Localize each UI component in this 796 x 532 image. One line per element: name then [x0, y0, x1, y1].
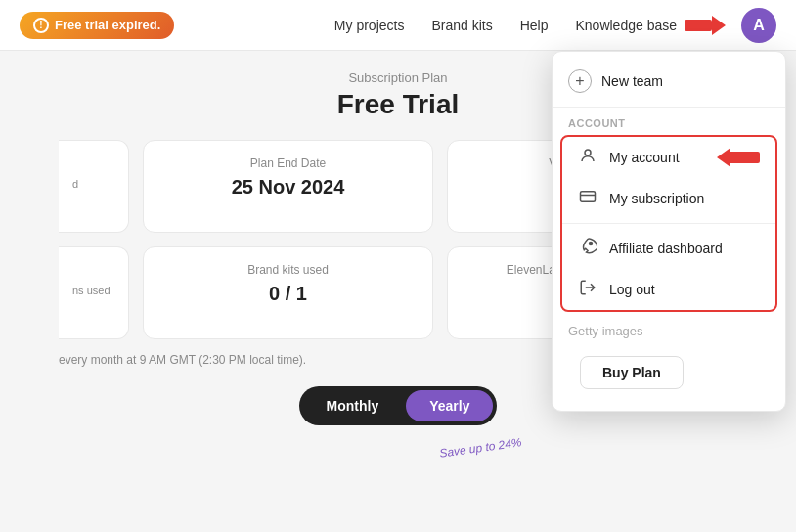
account-section-label: Account [553, 111, 785, 131]
nav-brand-kits[interactable]: Brand kits [431, 18, 492, 33]
save-note: Save up to 24% [439, 435, 523, 461]
svg-point-3 [590, 243, 593, 245]
new-team-label: New team [601, 73, 663, 89]
plan-end-date-label: Plan End Date [163, 156, 413, 170]
header: ! Free trial expired. My projects Brand … [0, 0, 796, 51]
log-out-label: Log out [609, 282, 760, 297]
header-nav: My projects Brand kits Help Knowledge ba… [334, 16, 726, 35]
monthly-toggle-button[interactable]: Monthly [303, 390, 403, 421]
logout-icon [578, 279, 597, 300]
avatar[interactable]: A [741, 8, 776, 43]
getty-images-item[interactable]: Getty images [553, 316, 785, 346]
svg-rect-1 [581, 192, 596, 202]
my-subscription-label: My subscription [609, 191, 760, 206]
partial-card2-label: ns used [72, 285, 114, 296]
billing-toggle: Monthly Yearly [299, 386, 498, 425]
affiliate-dashboard-item[interactable]: Affiliate dashboard [562, 228, 775, 269]
buy-plan-button[interactable]: Buy Plan [580, 356, 684, 389]
nav-knowledge-base[interactable]: Knowledge base [575, 16, 726, 35]
svg-point-0 [585, 150, 591, 155]
account-items-box: My account My subscription [560, 135, 777, 312]
credit-card-icon [578, 188, 597, 209]
plan-end-date-value: 25 Nov 2024 [163, 176, 413, 199]
free-trial-banner[interactable]: ! Free trial expired. [20, 12, 174, 39]
plan-end-date-card: Plan End Date 25 Nov 2024 [143, 140, 433, 233]
partial-card-label: d [72, 178, 114, 190]
my-account-label: My account [609, 150, 705, 165]
my-subscription-item[interactable]: My subscription [562, 178, 775, 219]
partial-left-card: d [59, 140, 129, 233]
divider-1 [553, 107, 785, 108]
warning-icon: ! [33, 18, 49, 33]
nav-help[interactable]: Help [520, 18, 549, 33]
rocket-icon [578, 238, 597, 259]
dropdown-menu: + New team Account My account [552, 51, 786, 412]
my-account-arrow-icon [717, 148, 760, 167]
affiliate-dashboard-label: Affiliate dashboard [609, 241, 760, 256]
yearly-toggle-button[interactable]: Yearly [406, 390, 493, 421]
my-account-item[interactable]: My account [562, 137, 775, 178]
divider-2 [562, 223, 775, 224]
getty-images-label: Getty images [568, 324, 643, 338]
log-out-item[interactable]: Log out [562, 269, 775, 310]
buy-plan-container: Buy Plan [553, 346, 785, 403]
knowledge-base-arrow-icon [685, 16, 726, 35]
brand-kits-value: 0 / 1 [163, 283, 413, 305]
new-team-item[interactable]: + New team [553, 60, 785, 103]
brand-kits-card: Brand kits used 0 / 1 [143, 246, 433, 339]
user-icon [578, 147, 597, 168]
plus-icon: + [568, 69, 592, 93]
brand-kits-label: Brand kits used [163, 263, 413, 277]
partial-left-card-2: ns used [59, 246, 129, 339]
free-trial-label: Free trial expired. [55, 18, 160, 32]
nav-my-projects[interactable]: My projects [334, 18, 405, 33]
